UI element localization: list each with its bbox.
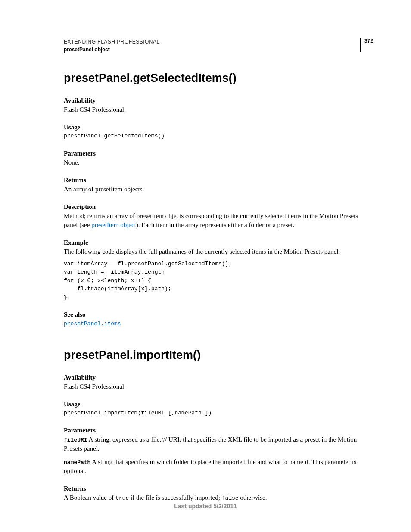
param-namepath: namePath A string that specifies in whic… [64,457,373,476]
returns-mid: if the file is successfully imported; [129,494,221,501]
breadcrumb: EXTENDING FLASH PROFESSIONAL [64,38,160,46]
parameters-text: None. [64,158,373,167]
returns-pre: A Boolean value of [64,494,115,501]
param-fileuri-text: A string, expressed as a file:/// URI, t… [64,436,357,452]
usage-code: presetPanel.getSelectedItems() [64,132,373,140]
example-intro: The following code displays the full pat… [64,247,373,256]
usage-label: Usage [64,124,373,131]
param-fileuri-name: fileURI [64,437,87,443]
returns-text: An array of presetItem objects. [64,185,373,194]
parameters-label-2: Parameters [64,427,373,434]
example-label: Example [64,239,373,246]
availability-label-2: Availability [64,374,373,381]
method-heading-importitem: presetPanel.importItem() [64,348,373,362]
method-heading-getselecteditems: presetPanel.getSelectedItems() [64,72,373,85]
usage-code-2: presetPanel.importItem(fileURI [,namePat… [64,409,373,417]
description-text: Method; returns an array of presetItem o… [64,212,373,230]
seealso-label: See also [64,311,373,318]
parameters-label: Parameters [64,150,373,157]
example-code: var itemArray = fl.presetPanel.getSelect… [64,260,373,302]
page-header: EXTENDING FLASH PROFESSIONAL presetPanel… [64,38,373,53]
availability-text-2: Flash CS4 Professional. [64,382,373,391]
param-fileuri: fileURI A string, expressed as a file://… [64,435,373,453]
param-namepath-name: namePath [64,459,90,466]
presetitem-object-link[interactable]: presetItem object [91,221,136,228]
returns-true: true [115,495,129,501]
header-object-title: presetPanel object [64,46,160,53]
returns-label: Returns [64,177,373,184]
availability-label: Availability [64,97,373,104]
returns-false: false [222,495,239,501]
description-post: ). Each item in the array represents eit… [136,221,294,228]
footer-last-updated: Last updated 5/2/2011 [0,503,411,510]
returns-text-2: A Boolean value of true if the file is s… [64,493,373,502]
returns-post: otherwise. [239,494,267,501]
availability-text: Flash CS4 Professional. [64,105,373,114]
param-namepath-text: A string that specifies in which folder … [64,458,356,474]
description-label: Description [64,203,373,211]
page-number: 372 [360,38,373,52]
header-left: EXTENDING FLASH PROFESSIONAL presetPanel… [64,38,160,53]
returns-label-2: Returns [64,485,373,492]
seealso-link[interactable]: presetPanel.items [64,320,121,327]
usage-label-2: Usage [64,401,373,408]
